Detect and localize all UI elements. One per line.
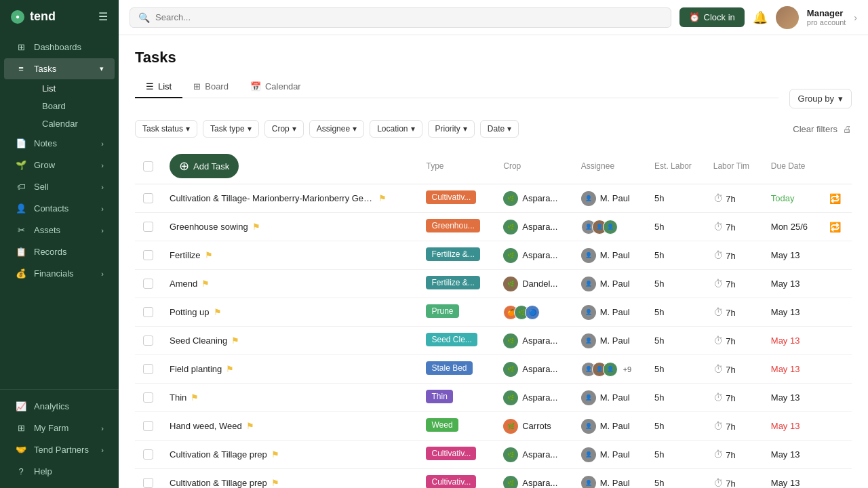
table-row: Potting up ⚑ Prune 🍊 🌿 🔵 👤 M. Paul 5h⏱ 7… <box>135 298 852 327</box>
assignee-avatar: 👤 <box>581 419 596 434</box>
due-date-value: Today <box>771 193 795 203</box>
sidebar-item-label: Analytics <box>34 401 69 411</box>
table-row: Hand weed, Weed ⚑ Weed 🌿 Carrots 👤 M. Pa… <box>135 412 852 441</box>
labor-time: ⏱ 7h <box>705 184 763 213</box>
crop-avatar-group: 🍊 🌿 🔵 <box>503 305 540 320</box>
sidebar-item-grow[interactable]: 🌱 Grow › <box>4 155 115 176</box>
labor-time: ⏱ 7h <box>705 241 763 270</box>
row-checkbox[interactable] <box>143 364 153 374</box>
filter-assignee[interactable]: Assignee ▾ <box>309 120 364 138</box>
est-labor: 5h <box>646 213 705 241</box>
due-date-value: May 13 <box>771 364 800 374</box>
tab-label: Board <box>205 81 229 92</box>
logo: ● tend <box>11 9 56 24</box>
filter-task-type[interactable]: Task type ▾ <box>203 120 259 138</box>
notifications-icon[interactable]: 🔔 <box>753 10 768 25</box>
sidebar-item-analytics[interactable]: 📈 Analytics <box>4 396 115 417</box>
row-checkbox[interactable] <box>143 279 153 289</box>
chevron-down-icon: ▾ <box>292 124 296 134</box>
row-checkbox[interactable] <box>143 222 153 232</box>
sidebar-item-dashboards[interactable]: ⊞ Dashboards <box>4 37 115 58</box>
assignee-cell: 👤 👤 👤 <box>581 220 638 235</box>
chevron-right-icon: › <box>101 226 104 235</box>
row-checkbox[interactable] <box>143 307 153 317</box>
sidebar-item-notes[interactable]: 📄 Notes › <box>4 133 115 154</box>
crop-name: Aspara... <box>522 478 557 488</box>
due-date-value: May 13 <box>771 449 800 460</box>
filter-priority[interactable]: Priority ▾ <box>428 120 475 138</box>
row-checkbox[interactable] <box>143 336 153 346</box>
table-row: Cultivation & Tillage prep ⚑ Cultivativ.… <box>135 469 852 489</box>
filter-location[interactable]: Location ▾ <box>370 120 422 138</box>
add-task-button[interactable]: ⊕ Add Task <box>170 154 239 178</box>
search-box[interactable]: 🔍 <box>130 7 671 28</box>
row-checkbox[interactable] <box>143 478 153 488</box>
row-checkbox[interactable] <box>143 250 153 260</box>
search-input[interactable] <box>155 12 663 22</box>
tasks-sub-nav: List Board Calendar <box>0 80 119 132</box>
sidebar-item-tasks[interactable]: ≡ Tasks ▾ <box>4 58 115 79</box>
tab-list[interactable]: ☰ List <box>135 76 182 98</box>
timer-icon: ⏱ <box>713 278 724 289</box>
table-row: Thin ⚑ Thin 🌿 Aspara... 👤 M. Paul 5h⏱ 7h… <box>135 384 852 412</box>
crop-cell: 🌿 Aspara... <box>503 476 564 489</box>
filter-label: Priority <box>435 124 460 134</box>
sub-nav-calendar[interactable]: Calendar <box>34 115 115 132</box>
sub-nav-list[interactable]: List <box>34 80 115 97</box>
user-name: Manager <box>807 8 846 18</box>
logo-icon: ● <box>11 10 24 24</box>
print-icon[interactable]: 🖨 <box>843 124 852 134</box>
sidebar-item-financials[interactable]: 💰 Financials › <box>4 263 115 284</box>
sidebar-item-my-farm[interactable]: ⊞ My Farm › <box>4 418 115 439</box>
chevron-down-icon: ▾ <box>100 64 104 73</box>
assignee-name: M. Paul <box>600 392 630 403</box>
col-labor-time: Labor Tim <box>705 148 763 184</box>
hamburger-icon[interactable]: ☰ <box>98 10 108 23</box>
due-date-value: May 13 <box>771 392 800 403</box>
sidebar-item-label: Tend Partners <box>34 445 89 455</box>
sidebar-item-assets[interactable]: ✂ Assets › <box>4 220 115 241</box>
tab-calendar[interactable]: 📅 Calendar <box>239 76 312 98</box>
task-name-text: Greenhouse sowing <box>170 222 248 232</box>
assignee-avatar: 👤 <box>581 248 596 263</box>
sidebar-item-tend-partners[interactable]: 🤝 Tend Partners › <box>4 439 115 460</box>
filter-task-status[interactable]: Task status ▾ <box>135 120 197 138</box>
labor-time: ⏱ 7h <box>705 469 763 489</box>
row-checkbox[interactable] <box>143 193 153 203</box>
sidebar-item-help[interactable]: ? Help <box>4 461 115 482</box>
due-date: May 13 <box>763 441 821 469</box>
sidebar-item-records[interactable]: 📋 Records <box>4 241 115 262</box>
tab-board[interactable]: ⊞ Board <box>182 76 239 98</box>
task-name-cell: Cultivation & Tillage prep ⚑ <box>170 478 387 488</box>
assignee-avatar-group: 👤 👤 👤 <box>581 362 618 377</box>
group-by-button[interactable]: Group by ▾ <box>789 89 852 108</box>
group-by-label: Group by <box>798 94 834 104</box>
due-date: May 13 <box>763 355 821 384</box>
flag-icon: ⚑ <box>271 449 279 460</box>
timer-icon: ⏱ <box>713 477 724 488</box>
task-name-cell: Potting up ⚑ <box>170 307 387 317</box>
clock-in-button[interactable]: ⏰ Clock in <box>679 7 745 27</box>
clear-filters-button[interactable]: Clear filters <box>793 124 837 134</box>
select-all-checkbox[interactable] <box>143 161 153 171</box>
filter-crop[interactable]: Crop ▾ <box>264 120 304 138</box>
row-checkbox[interactable] <box>143 449 153 460</box>
sub-nav-board[interactable]: Board <box>34 98 115 115</box>
main-content: 🔍 ⏰ Clock in 🔔 Manager pro account › Tas… <box>119 0 868 488</box>
assignee-cell: 👤 M. Paul <box>581 476 638 489</box>
row-checkbox[interactable] <box>143 392 153 403</box>
user-chevron-icon[interactable]: › <box>854 12 857 23</box>
row-checkbox[interactable] <box>143 421 153 431</box>
chevron-down-icon: ▾ <box>507 124 511 134</box>
filter-date[interactable]: Date ▾ <box>480 120 519 138</box>
assignee-cell: 👤 M. Paul <box>581 333 638 348</box>
chevron-right-icon: › <box>101 446 104 454</box>
sidebar-item-sell[interactable]: 🏷 Sell › <box>4 176 115 197</box>
sidebar-item-contacts[interactable]: 👤 Contacts › <box>4 198 115 219</box>
flag-icon: ⚑ <box>252 222 260 232</box>
avatar[interactable] <box>776 6 799 29</box>
task-name-text: Cultivation & Tillage prep <box>170 449 267 460</box>
labor-time: ⏱ 7h <box>705 213 763 241</box>
due-date-value: May 13 <box>771 478 800 488</box>
crop-name: Carrots <box>522 421 551 431</box>
